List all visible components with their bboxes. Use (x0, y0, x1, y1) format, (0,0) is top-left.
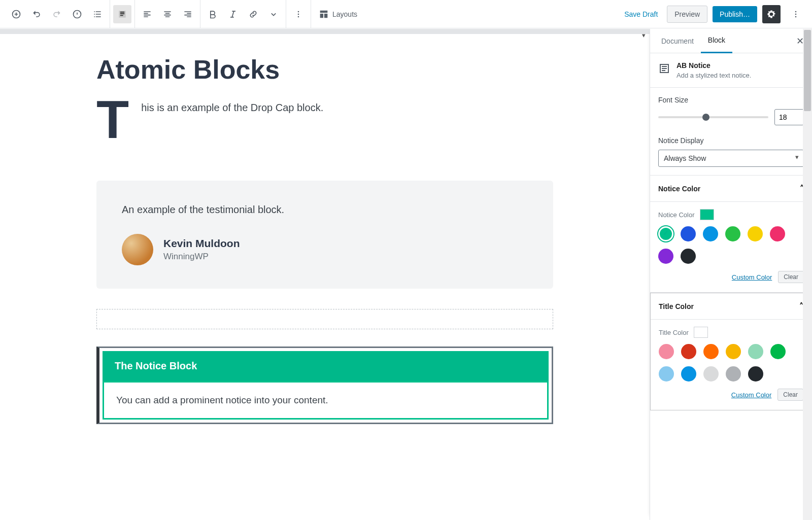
font-size-slider[interactable] (658, 116, 768, 118)
more-menu-button[interactable] (787, 5, 805, 23)
notice-display-label: Notice Display (658, 136, 804, 145)
content-structure-button[interactable] (68, 5, 86, 23)
block-type-paragraph-button[interactable] (113, 5, 131, 23)
settings-button[interactable] (762, 5, 781, 23)
layouts-button[interactable]: Layouts (313, 9, 362, 20)
avatar (122, 234, 153, 265)
testimonial-author-sub: WinningWP (163, 252, 240, 262)
block-info-title: AB Notice (676, 61, 751, 70)
title-color-option[interactable] (748, 344, 763, 359)
notice-color-label: Notice Color (658, 211, 695, 219)
drop-cap-letter: T (96, 100, 129, 140)
notice-color-clear-button[interactable]: Clear (778, 271, 804, 283)
save-draft-link[interactable]: Save Draft (620, 10, 662, 18)
font-size-label: Font Size (658, 96, 804, 104)
svg-point-6 (795, 13, 797, 15)
empty-paragraph-block[interactable] (96, 309, 553, 329)
undo-button[interactable] (27, 5, 46, 23)
publish-button[interactable]: Publish… (713, 6, 757, 22)
editor-canvas[interactable]: ▾ Atomic Blocks T his is an example of t… (0, 29, 650, 520)
title-color-option[interactable] (659, 366, 674, 382)
notice-custom-color-link[interactable]: Custom Color (732, 273, 772, 281)
preview-button[interactable]: Preview (667, 6, 707, 23)
title-color-heading[interactable]: Title Color ˄ (651, 293, 811, 320)
drop-cap-text: his is an example of the Drop Cap block. (141, 100, 323, 114)
notice-title[interactable]: The Notice Block (103, 351, 549, 381)
tab-block[interactable]: Block (701, 29, 732, 53)
post-title[interactable]: Atomic Blocks (96, 54, 553, 85)
title-color-option[interactable] (770, 344, 786, 359)
notice-block-icon (658, 62, 670, 75)
editor-toolbar: Layouts Save Draft Preview Publish… (0, 0, 812, 28)
notice-display-select[interactable]: Always Show (658, 150, 804, 167)
title-color-option[interactable] (681, 366, 696, 382)
add-block-button[interactable] (7, 5, 25, 23)
layouts-label: Layouts (332, 10, 357, 18)
title-color-option[interactable] (703, 366, 719, 382)
notice-color-option[interactable] (748, 226, 763, 241)
testimonial-text: An example of the testimonial block. (122, 204, 528, 216)
notice-color-option[interactable] (725, 226, 740, 241)
block-options-button[interactable] (289, 5, 308, 23)
notice-color-heading[interactable]: Notice Color ˄ (650, 176, 812, 202)
align-right-button[interactable] (179, 5, 197, 23)
title-color-label: Title Color (659, 329, 689, 336)
notice-color-option[interactable] (770, 226, 785, 241)
align-center-button[interactable] (158, 5, 177, 23)
notice-color-option[interactable] (658, 226, 673, 241)
settings-sidebar: Document Block ✕ AB Notice Add a stylize… (650, 29, 812, 520)
title-color-option[interactable] (703, 344, 719, 359)
collapse-sidebar-icon[interactable]: ▾ (637, 29, 650, 41)
italic-button[interactable] (224, 5, 242, 23)
more-formatting-button[interactable] (264, 5, 283, 23)
svg-point-7 (795, 16, 797, 17)
testimonial-author-name: Kevin Muldoon (163, 237, 240, 250)
title-color-current (694, 327, 708, 338)
title-color-option[interactable] (681, 344, 696, 359)
title-color-option[interactable] (726, 366, 741, 382)
block-info-desc: Add a stylized text notice. (676, 72, 751, 79)
title-color-clear-button[interactable]: Clear (777, 389, 803, 401)
testimonial-block[interactable]: An example of the testimonial block. Kev… (96, 181, 553, 289)
bold-button[interactable] (204, 5, 222, 23)
notice-color-option[interactable] (703, 226, 718, 241)
notice-color-current (700, 209, 714, 220)
notice-color-option[interactable] (658, 249, 673, 264)
block-navigation-button[interactable] (88, 5, 107, 23)
font-size-input[interactable] (774, 109, 804, 125)
title-color-option[interactable] (726, 344, 741, 359)
notice-body[interactable]: You can add a prominent notice into your… (103, 381, 549, 420)
svg-point-2 (298, 11, 299, 12)
svg-point-3 (298, 13, 299, 15)
link-button[interactable] (244, 5, 262, 23)
align-left-button[interactable] (138, 5, 156, 23)
title-custom-color-link[interactable]: Custom Color (731, 391, 771, 399)
notice-color-option[interactable] (681, 249, 696, 264)
drop-cap-block[interactable]: T his is an example of the Drop Cap bloc… (96, 100, 553, 140)
sidebar-scrollbar[interactable] (803, 29, 812, 520)
redo-button[interactable] (48, 5, 66, 23)
title-color-option[interactable] (659, 344, 674, 359)
svg-point-5 (795, 11, 797, 12)
notice-color-option[interactable] (681, 226, 696, 241)
title-color-option[interactable] (748, 366, 763, 382)
tab-document[interactable]: Document (654, 29, 701, 53)
notice-block[interactable]: The Notice Block You can add a prominent… (96, 346, 553, 424)
svg-point-4 (298, 16, 299, 17)
